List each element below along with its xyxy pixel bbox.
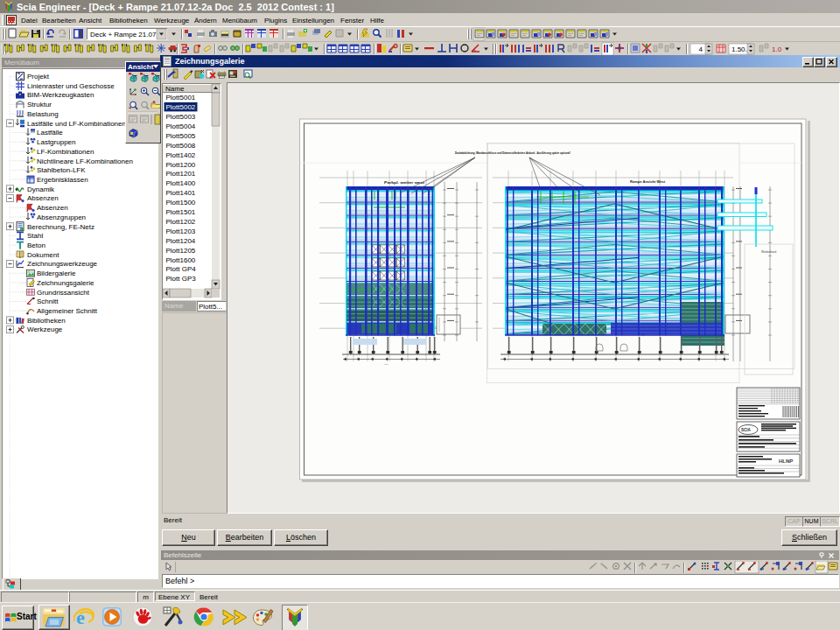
svg-text:Plott5002: Plott5002 xyxy=(166,103,196,111)
svg-text:Windverband: Windverband xyxy=(761,250,776,254)
svg-text:Belastung: Belastung xyxy=(27,110,59,118)
svg-text:Absenzen: Absenzen xyxy=(37,204,68,212)
svg-text:Linienraster und Geschosse: Linienraster und Geschosse xyxy=(27,82,115,90)
svg-text:Plott1201: Plott1201 xyxy=(166,170,196,178)
svg-text:Beton: Beton xyxy=(27,242,46,249)
svg-text:Plott1203: Plott1203 xyxy=(166,228,196,235)
svg-text:Zeichnungswerkzeuge: Zeichnungswerkzeuge xyxy=(27,260,98,268)
svg-text:Plott1202: Plott1202 xyxy=(166,218,196,226)
svg-text:Stahlbeton-LFK: Stahlbeton-LFK xyxy=(37,166,86,174)
svg-text:Allgemeiner Schnitt: Allgemeiner Schnitt xyxy=(37,307,98,315)
svg-text:Plott1401: Plott1401 xyxy=(166,189,196,197)
svg-text:Plott1200: Plott1200 xyxy=(166,161,196,169)
svg-text:HLNP: HLNP xyxy=(779,458,793,464)
svg-text:Plott GP3: Plott GP3 xyxy=(166,275,197,283)
svg-text:Bildergalerie: Bildergalerie xyxy=(37,270,76,277)
svg-text:Stahl: Stahl xyxy=(27,232,43,240)
svg-text:Plott1600: Plott1600 xyxy=(166,256,196,264)
svg-text:Plott1501: Plott1501 xyxy=(166,208,196,216)
svg-text:Plott GP4: Plott GP4 xyxy=(166,265,197,273)
svg-text:Schnitt: Schnitt xyxy=(37,298,59,305)
svg-text:Nichtlineare LF-Kombinationen: Nichtlineare LF-Kombinationen xyxy=(37,158,133,165)
svg-text:Lastgruppen: Lastgruppen xyxy=(37,138,75,146)
svg-text:1.50..: 1.50.. xyxy=(732,46,749,53)
svg-text:SCIA: SCIA xyxy=(741,428,752,432)
svg-text:4: 4 xyxy=(699,46,704,53)
svg-text:Zeichnungsgalerie: Zeichnungsgalerie xyxy=(37,279,94,287)
svg-text:Ergebnisklassen: Ergebnisklassen xyxy=(37,176,88,184)
svg-text:Deck + Rampe 21.07: Deck + Rampe 21.07 xyxy=(90,31,157,38)
svg-text:Plott1500: Plott1500 xyxy=(166,199,196,206)
svg-text:Name: Name xyxy=(165,85,185,93)
svg-text:Berechnung, FE-Netz: Berechnung, FE-Netz xyxy=(27,223,94,231)
svg-text:BIM-Werkzeugkasten: BIM-Werkzeugkasten xyxy=(27,91,94,99)
svg-text:Werkzeuge: Werkzeuge xyxy=(27,326,63,333)
svg-text:Absenzgruppen: Absenzgruppen xyxy=(37,214,86,221)
svg-text:Dokument: Dokument xyxy=(27,251,60,259)
svg-text:Plott1402: Plott1402 xyxy=(166,151,196,159)
svg-text:Plott5005: Plott5005 xyxy=(166,132,196,140)
svg-text:Dynamik: Dynamik xyxy=(27,186,55,193)
svg-text:Bibliotheken: Bibliotheken xyxy=(27,317,66,325)
svg-text:Plott5008: Plott5008 xyxy=(166,142,196,150)
svg-text:Dachabdichtung, Wandanschlüsse: Dachabdichtung, Wandanschlüsse und Dämms… xyxy=(455,150,570,155)
svg-text:Plott5003: Plott5003 xyxy=(166,113,196,121)
svg-text:Parkpl. weiter west: Parkpl. weiter west xyxy=(384,181,425,185)
svg-text:Absenzen: Absenzen xyxy=(27,194,59,202)
svg-text:Plott1400: Plott1400 xyxy=(166,179,196,187)
svg-text:1.0: 1.0 xyxy=(772,46,782,53)
svg-text:Plott5001: Plott5001 xyxy=(166,94,196,102)
svg-text:LF-Kombinationen: LF-Kombinationen xyxy=(37,148,94,156)
svg-text:Projekt: Projekt xyxy=(27,73,50,80)
svg-text:Rampe Ansicht West: Rampe Ansicht West xyxy=(630,180,666,184)
svg-text:___: ___ xyxy=(383,361,388,365)
svg-text:Grundrissansicht: Grundrissansicht xyxy=(37,289,90,297)
svg-text:Plott1204: Plott1204 xyxy=(166,237,196,245)
svg-text:Plott5004: Plott5004 xyxy=(166,122,196,130)
svg-text:Lastfälle: Lastfälle xyxy=(37,129,63,136)
svg-text:Lastfälle und LF-Kombinationen: Lastfälle und LF-Kombinationen xyxy=(27,120,126,128)
svg-text:Plott1205: Plott1205 xyxy=(166,247,196,255)
svg-text:Struktur: Struktur xyxy=(27,101,52,108)
